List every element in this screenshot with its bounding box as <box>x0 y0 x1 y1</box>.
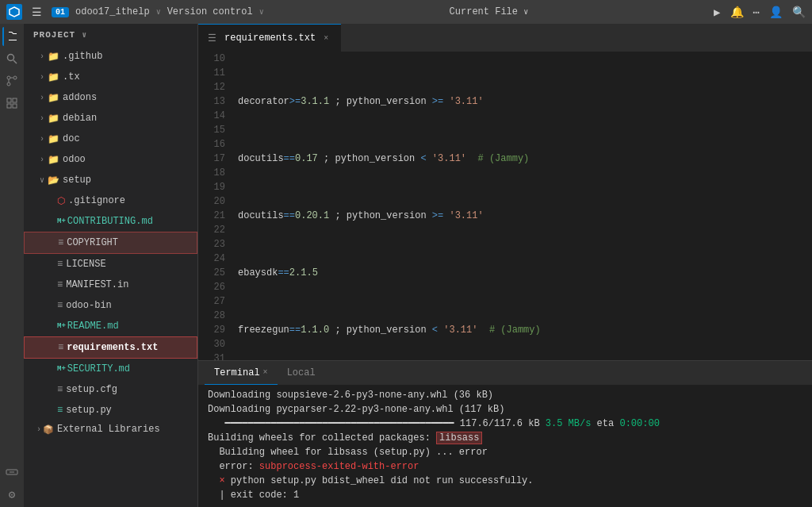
sidebar-title: Project <box>33 30 75 40</box>
sidebar-item-addons[interactable]: › 📁 addons <box>24 87 197 108</box>
sidebar-item-odoo-bin[interactable]: ≡ odoo-bin <box>24 295 197 316</box>
svg-rect-8 <box>13 98 17 102</box>
folder-icon: 📁 <box>48 154 59 166</box>
terminal-line: Downloading pycparser-2.22-py3-none-any.… <box>208 402 802 417</box>
file-text-icon: ≡ <box>58 237 63 248</box>
settings-icon[interactable]: ⚙ <box>2 485 21 504</box>
activity-bar-bottom: ⚙ <box>2 463 21 504</box>
folder-icon: 📁 <box>48 71 59 83</box>
terminal-tab-local[interactable]: Local <box>278 361 325 385</box>
chevron-icon: › <box>36 52 48 61</box>
local-tab-label: Local <box>287 367 316 378</box>
menu-icon[interactable]: ☰ <box>29 4 45 21</box>
sidebar-item-label: .gitignore <box>68 195 197 206</box>
chevron-icon: ∨ <box>36 175 48 185</box>
sidebar-item-setup-cfg[interactable]: ≡ setup.cfg <box>24 379 197 400</box>
sidebar-item-manifest[interactable]: ≡ MANIFEST.in <box>24 275 197 295</box>
sidebar-item-doc[interactable]: › 📁 doc <box>24 129 197 149</box>
search-sidebar-icon[interactable] <box>2 49 21 68</box>
sidebar-item-label: odoo <box>63 154 197 165</box>
run-icon[interactable]: ▶ <box>714 6 720 19</box>
svg-point-3 <box>13 76 17 79</box>
sidebar-item-odoo[interactable]: › 📁 odoo <box>24 149 197 170</box>
svg-rect-7 <box>7 98 11 102</box>
terminal-line: | exit code: 1 <box>208 488 802 502</box>
sidebar-item-external-libs[interactable]: › 📦 External Libraries <box>24 421 197 438</box>
sidebar-item-license[interactable]: ≡ LICENSE <box>24 254 197 275</box>
sidebar-chevron: ∨ <box>82 30 87 40</box>
external-libs-icon: 📦 <box>43 424 54 435</box>
sidebar-item-contributing[interactable]: M+ CONTRIBUTING.md <box>24 211 197 232</box>
more-icon[interactable]: ⋯ <box>753 6 760 19</box>
terminal-tab-close[interactable]: × <box>263 368 268 377</box>
bell-icon[interactable]: 🔔 <box>730 6 744 19</box>
sidebar-item-requirements[interactable]: ≡ requirements.txt <box>24 336 197 359</box>
version-control-label[interactable]: Version control <box>167 6 253 17</box>
sidebar-item-tx[interactable]: › 📁 .tx <box>24 67 197 87</box>
sidebar-item-label: debian <box>63 113 197 124</box>
folder-icon: 📁 <box>48 113 59 125</box>
sidebar-item-label: odoo-bin <box>66 300 197 311</box>
tab-close-button[interactable]: × <box>320 33 331 44</box>
extensions-icon[interactable] <box>2 94 21 113</box>
svg-line-1 <box>13 60 17 63</box>
sidebar-item-label: setup <box>63 175 197 186</box>
file-git-icon: ⬡ <box>57 195 65 207</box>
account-icon[interactable]: 👤 <box>769 6 783 19</box>
sidebar-item-setup[interactable]: ∨ 📂 setup <box>24 170 197 190</box>
activity-bar: ⚙ <box>0 24 24 507</box>
sidebar-item-copyright[interactable]: ≡ COPYRIGHT <box>24 232 197 254</box>
sidebar-item-label: .tx <box>63 71 197 83</box>
source-control-icon[interactable] <box>2 71 21 90</box>
svg-point-4 <box>7 83 10 86</box>
code-line: docutils==0.20.1 ; python_version >= '3.… <box>238 209 812 223</box>
speed-text: 3.5 MB/s <box>546 418 592 429</box>
code-content[interactable]: decorator>=3.1.1 ; python_version >= '3.… <box>232 52 812 360</box>
sidebar-item-label: addons <box>63 92 197 103</box>
file-text-icon: ≡ <box>58 342 63 353</box>
topbar-left: ☰ 01 odoo17_ithelp ∨ Version control ∨ <box>6 4 264 21</box>
folder-icon: 📁 <box>48 92 59 104</box>
svg-rect-10 <box>13 104 17 108</box>
version-control-chevron: ∨ <box>259 7 264 17</box>
sidebar-item-label: doc <box>63 133 197 144</box>
code-editor: 10 11 12 13 14 15 16 17 18 19 20 21 22 2… <box>198 52 812 360</box>
terminal-area: Terminal × Local Downloading soupsieve-2… <box>198 360 812 507</box>
error-text: subprocess-exited-with-error <box>259 461 419 472</box>
topbar-right: ▶ 🔔 ⋯ 👤 🔍 <box>714 6 806 19</box>
app-logo[interactable] <box>6 4 22 20</box>
sidebar-item-label-requirements: requirements.txt <box>67 342 197 353</box>
sidebar-item-label: MANIFEST.in <box>66 279 197 290</box>
explorer-icon[interactable] <box>2 27 21 46</box>
sidebar-item-debian[interactable]: › 📁 debian <box>24 108 197 129</box>
editor-area: ☰ requirements.txt × 10 11 12 13 14 15 1… <box>198 24 812 507</box>
project-chevron: ∨ <box>156 7 161 17</box>
sidebar-item-setup-py[interactable]: ≡ setup.py <box>24 400 197 421</box>
terminal-line: error: subprocess-exited-with-error <box>208 459 802 474</box>
code-line: ebaysdk==2.1.5 <box>238 266 812 280</box>
file-text-icon: ≡ <box>57 384 63 395</box>
remote-icon[interactable] <box>2 463 21 482</box>
terminal-line: ━━━━━━━━━━━━━━━━━━━━━━━━━━━━━━━━━━━━━━━━… <box>208 417 802 431</box>
sidebar-item-readme[interactable]: M+ README.md <box>24 316 197 336</box>
modified-badge: M+ <box>57 365 66 373</box>
tab-requirements[interactable]: ☰ requirements.txt × <box>198 24 341 52</box>
terminal-line: Building wheel for libsass (setup.py) ..… <box>208 445 802 459</box>
sidebar-item-security[interactable]: M+ SECURITY.md <box>24 359 197 379</box>
current-file-label: Current File ∨ <box>450 6 529 17</box>
sidebar-item-github[interactable]: › 📁 .github <box>24 46 197 67</box>
sidebar-item-label-copyright: COPYRIGHT <box>67 237 197 248</box>
terminal-tab-terminal[interactable]: Terminal × <box>205 361 278 385</box>
sidebar-item-label: setup.py <box>66 405 197 416</box>
folder-icon: 📁 <box>48 133 59 145</box>
chevron-icon: › <box>36 156 48 164</box>
sidebar: Project ∨ › 📁 .github › 📁 .tx › 📁 ad <box>24 24 198 507</box>
file-py-icon: ≡ <box>57 405 63 416</box>
search-icon[interactable]: 🔍 <box>792 6 806 19</box>
project-name[interactable]: odoo17_ithelp <box>75 6 150 17</box>
sidebar-item-gitignore[interactable]: ⬡ .gitignore <box>24 190 197 211</box>
terminal-tab-label: Terminal <box>214 367 260 378</box>
code-line: decorator>=3.1.1 ; python_version >= '3.… <box>238 94 812 109</box>
terminal-content[interactable]: Downloading soupsieve-2.6-py3-none-any.w… <box>198 385 812 507</box>
result-text: did not run successfully. <box>385 475 533 486</box>
